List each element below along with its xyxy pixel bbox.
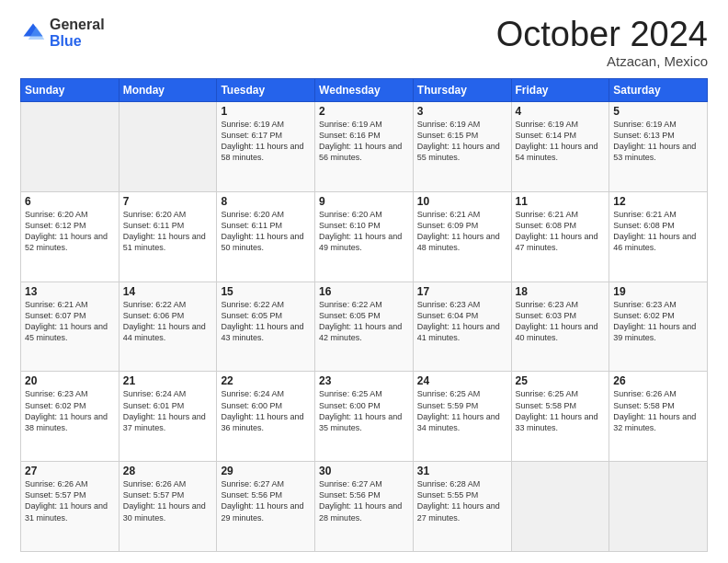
day-info: Sunrise: 6:22 AMSunset: 6:05 PMDaylight:… (319, 300, 402, 342)
day-number: 22 (221, 374, 311, 387)
day-info: Sunrise: 6:27 AMSunset: 5:56 PMDaylight:… (221, 479, 303, 522)
day-number: 6 (25, 195, 115, 208)
day-cell: 31Sunrise: 6:28 AMSunset: 5:55 PMDayligh… (413, 462, 511, 552)
day-cell: 24Sunrise: 6:25 AMSunset: 5:59 PMDayligh… (413, 372, 511, 462)
day-number: 25 (516, 374, 606, 387)
day-cell (119, 102, 217, 192)
day-info: Sunrise: 6:23 AMSunset: 6:03 PMDaylight:… (516, 300, 598, 342)
week-row-4: 20Sunrise: 6:23 AMSunset: 6:02 PMDayligh… (21, 372, 708, 462)
month-title: October 2024 (496, 17, 708, 52)
day-cell: 30Sunrise: 6:27 AMSunset: 5:56 PMDayligh… (315, 462, 414, 552)
day-cell: 19Sunrise: 6:23 AMSunset: 6:02 PMDayligh… (609, 282, 708, 372)
day-cell: 11Sunrise: 6:21 AMSunset: 6:08 PMDayligh… (511, 191, 609, 282)
day-info: Sunrise: 6:19 AMSunset: 6:15 PMDaylight:… (417, 120, 500, 162)
day-number: 11 (516, 195, 606, 208)
day-number: 19 (613, 285, 703, 298)
day-info: Sunrise: 6:21 AMSunset: 6:07 PMDaylight:… (25, 300, 108, 342)
day-number: 28 (123, 465, 213, 477)
day-info: Sunrise: 6:19 AMSunset: 6:17 PMDaylight:… (221, 120, 303, 162)
day-header-tuesday: Tuesday (217, 79, 315, 102)
day-info: Sunrise: 6:21 AMSunset: 6:09 PMDaylight:… (417, 210, 500, 252)
day-info: Sunrise: 6:25 AMSunset: 5:59 PMDaylight:… (417, 389, 500, 431)
title-block: October 2024 Atzacan, Mexico (496, 17, 708, 69)
day-info: Sunrise: 6:22 AMSunset: 6:05 PMDaylight:… (221, 300, 303, 342)
day-info: Sunrise: 6:24 AMSunset: 6:00 PMDaylight:… (221, 389, 303, 431)
day-number: 24 (417, 374, 507, 387)
day-number: 7 (123, 195, 213, 208)
day-number: 16 (319, 285, 409, 298)
day-header-sunday: Sunday (21, 79, 119, 102)
day-number: 17 (417, 285, 507, 298)
day-info: Sunrise: 6:26 AMSunset: 5:58 PMDaylight:… (613, 389, 696, 431)
day-info: Sunrise: 6:27 AMSunset: 5:56 PMDaylight:… (319, 479, 402, 522)
week-row-1: 1Sunrise: 6:19 AMSunset: 6:17 PMDaylight… (21, 102, 708, 192)
day-number: 5 (613, 105, 703, 118)
day-cell (609, 462, 708, 552)
day-number: 10 (417, 195, 507, 208)
logo-general: General (50, 17, 105, 33)
week-row-5: 27Sunrise: 6:26 AMSunset: 5:57 PMDayligh… (21, 462, 708, 552)
day-info: Sunrise: 6:20 AMSunset: 6:10 PMDaylight:… (319, 210, 402, 252)
day-cell: 20Sunrise: 6:23 AMSunset: 6:02 PMDayligh… (21, 372, 119, 462)
day-number: 2 (319, 105, 409, 118)
day-info: Sunrise: 6:23 AMSunset: 6:02 PMDaylight:… (25, 389, 108, 431)
day-info: Sunrise: 6:20 AMSunset: 6:11 PMDaylight:… (221, 210, 303, 252)
day-info: Sunrise: 6:28 AMSunset: 5:55 PMDaylight:… (417, 479, 500, 522)
day-info: Sunrise: 6:22 AMSunset: 6:06 PMDaylight:… (123, 300, 206, 342)
day-cell: 15Sunrise: 6:22 AMSunset: 6:05 PMDayligh… (217, 282, 315, 372)
day-cell: 18Sunrise: 6:23 AMSunset: 6:03 PMDayligh… (511, 282, 609, 372)
day-cell: 13Sunrise: 6:21 AMSunset: 6:07 PMDayligh… (21, 282, 119, 372)
day-cell: 29Sunrise: 6:27 AMSunset: 5:56 PMDayligh… (217, 462, 315, 552)
header: General Blue October 2024 Atzacan, Mexic… (20, 17, 708, 69)
day-info: Sunrise: 6:25 AMSunset: 6:00 PMDaylight:… (319, 389, 402, 431)
day-cell: 21Sunrise: 6:24 AMSunset: 6:01 PMDayligh… (119, 372, 217, 462)
day-number: 18 (516, 285, 606, 298)
day-cell: 28Sunrise: 6:26 AMSunset: 5:57 PMDayligh… (119, 462, 217, 552)
day-info: Sunrise: 6:19 AMSunset: 6:14 PMDaylight:… (516, 120, 598, 162)
day-cell: 9Sunrise: 6:20 AMSunset: 6:10 PMDaylight… (315, 191, 414, 282)
day-header-thursday: Thursday (413, 79, 511, 102)
day-info: Sunrise: 6:19 AMSunset: 6:16 PMDaylight:… (319, 120, 402, 162)
day-number: 14 (123, 285, 213, 298)
day-cell: 26Sunrise: 6:26 AMSunset: 5:58 PMDayligh… (609, 372, 708, 462)
calendar-page: General Blue October 2024 Atzacan, Mexic… (0, 0, 728, 563)
day-cell: 12Sunrise: 6:21 AMSunset: 6:08 PMDayligh… (609, 191, 708, 282)
day-info: Sunrise: 6:20 AMSunset: 6:12 PMDaylight:… (25, 210, 108, 252)
day-cell: 14Sunrise: 6:22 AMSunset: 6:06 PMDayligh… (119, 282, 217, 372)
day-number: 30 (319, 465, 409, 477)
days-header-row: SundayMondayTuesdayWednesdayThursdayFrid… (21, 79, 708, 102)
logo-blue: Blue (50, 33, 105, 50)
day-cell: 4Sunrise: 6:19 AMSunset: 6:14 PMDaylight… (511, 102, 609, 192)
day-cell: 1Sunrise: 6:19 AMSunset: 6:17 PMDaylight… (217, 102, 315, 192)
day-number: 3 (417, 105, 507, 118)
day-info: Sunrise: 6:21 AMSunset: 6:08 PMDaylight:… (613, 210, 696, 252)
day-number: 4 (516, 105, 606, 118)
day-info: Sunrise: 6:23 AMSunset: 6:04 PMDaylight:… (417, 300, 500, 342)
logo-text: General Blue (50, 17, 105, 49)
location: Atzacan, Mexico (496, 53, 708, 69)
day-number: 8 (221, 195, 311, 208)
day-info: Sunrise: 6:21 AMSunset: 6:08 PMDaylight:… (516, 210, 598, 252)
day-number: 15 (221, 285, 311, 298)
day-cell: 25Sunrise: 6:25 AMSunset: 5:58 PMDayligh… (511, 372, 609, 462)
day-cell: 23Sunrise: 6:25 AMSunset: 6:00 PMDayligh… (315, 372, 414, 462)
calendar-table: SundayMondayTuesdayWednesdayThursdayFrid… (20, 78, 708, 552)
logo-icon (20, 20, 46, 46)
day-cell: 8Sunrise: 6:20 AMSunset: 6:11 PMDaylight… (217, 191, 315, 282)
day-number: 26 (613, 374, 703, 387)
day-cell: 7Sunrise: 6:20 AMSunset: 6:11 PMDaylight… (119, 191, 217, 282)
day-cell: 22Sunrise: 6:24 AMSunset: 6:00 PMDayligh… (217, 372, 315, 462)
day-number: 29 (221, 465, 311, 477)
day-info: Sunrise: 6:19 AMSunset: 6:13 PMDaylight:… (613, 120, 696, 162)
day-number: 23 (319, 374, 409, 387)
day-info: Sunrise: 6:24 AMSunset: 6:01 PMDaylight:… (123, 389, 206, 431)
day-header-friday: Friday (511, 79, 609, 102)
day-cell: 6Sunrise: 6:20 AMSunset: 6:12 PMDaylight… (21, 191, 119, 282)
day-info: Sunrise: 6:20 AMSunset: 6:11 PMDaylight:… (123, 210, 206, 252)
calendar: SundayMondayTuesdayWednesdayThursdayFrid… (20, 78, 708, 552)
week-row-2: 6Sunrise: 6:20 AMSunset: 6:12 PMDaylight… (21, 191, 708, 282)
day-cell (21, 102, 119, 192)
day-info: Sunrise: 6:23 AMSunset: 6:02 PMDaylight:… (613, 300, 696, 342)
day-number: 20 (25, 374, 115, 387)
day-number: 13 (25, 285, 115, 298)
